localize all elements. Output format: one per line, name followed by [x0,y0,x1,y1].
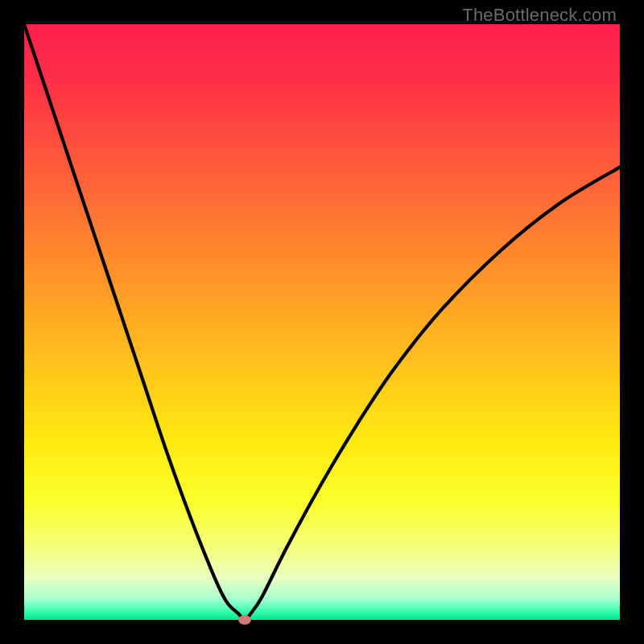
bottleneck-curve [24,24,620,620]
chart-frame: TheBottleneck.com [0,0,644,644]
curve-layer [24,24,620,620]
optimal-point-marker [238,615,251,625]
watermark-text: TheBottleneck.com [462,5,617,26]
